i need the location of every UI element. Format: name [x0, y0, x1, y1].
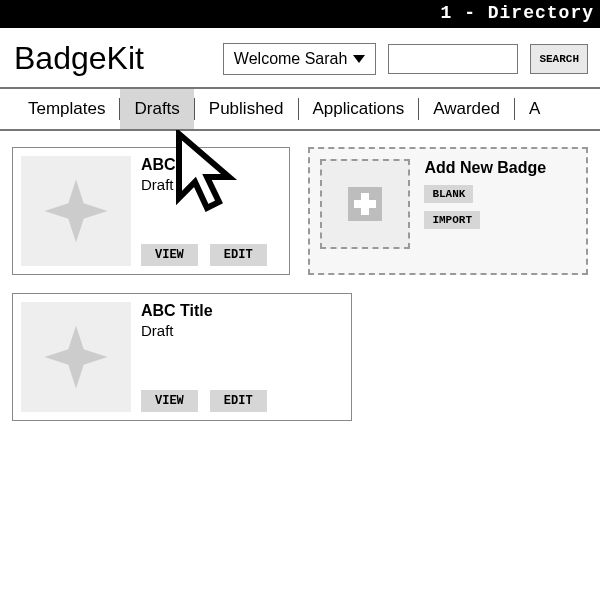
star-icon	[41, 322, 111, 392]
badge-card: ABC Title Draft VIEW EDIT	[12, 147, 290, 275]
badge-card-body: ABC Title Draft VIEW EDIT	[141, 156, 267, 266]
tab-templates[interactable]: Templates	[14, 89, 119, 129]
view-button[interactable]: VIEW	[141, 390, 198, 412]
tab-applications[interactable]: Applications	[299, 89, 419, 129]
badge-title: ABC Title	[141, 156, 267, 174]
badge-thumbnail	[21, 156, 131, 266]
search-input[interactable]	[388, 44, 518, 74]
tab-bar: Templates Drafts Published Applications …	[0, 87, 600, 131]
brand-logo: BadgeKit	[14, 40, 144, 77]
import-button[interactable]: IMPORT	[424, 211, 480, 229]
tab-drafts[interactable]: Drafts	[120, 89, 193, 129]
edit-button[interactable]: EDIT	[210, 244, 267, 266]
user-dropdown-label: Welcome Sarah	[234, 50, 348, 68]
view-button[interactable]: VIEW	[141, 244, 198, 266]
add-badge-body: Add New Badge BLANK IMPORT	[424, 159, 546, 263]
badge-actions: VIEW EDIT	[141, 244, 267, 266]
search-button[interactable]: SEARCH	[530, 44, 588, 74]
card-row: ABC Title Draft VIEW EDIT Add New Badge …	[0, 147, 600, 293]
user-dropdown[interactable]: Welcome Sarah	[223, 43, 377, 75]
chevron-down-icon	[353, 55, 365, 63]
svg-marker-1	[45, 326, 108, 389]
badge-card-body: ABC Title Draft VIEW EDIT	[141, 302, 267, 412]
page-label-bar: 1 - Directory	[0, 0, 600, 28]
badge-actions: VIEW EDIT	[141, 390, 267, 412]
badge-title: ABC Title	[141, 302, 267, 320]
add-badge-title: Add New Badge	[424, 159, 546, 177]
plus-icon	[348, 187, 382, 221]
tab-more[interactable]: A	[515, 89, 554, 129]
badge-thumbnail	[21, 302, 131, 412]
tab-published[interactable]: Published	[195, 89, 298, 129]
header: BadgeKit Welcome Sarah SEARCH	[0, 28, 600, 87]
badge-status: Draft	[141, 322, 267, 339]
svg-marker-0	[45, 180, 108, 243]
add-badge-card: Add New Badge BLANK IMPORT	[308, 147, 588, 275]
tab-awarded[interactable]: Awarded	[419, 89, 514, 129]
badge-status: Draft	[141, 176, 267, 193]
add-badge-thumbnail[interactable]	[320, 159, 410, 249]
star-icon	[41, 176, 111, 246]
edit-button[interactable]: EDIT	[210, 390, 267, 412]
badge-card: ABC Title Draft VIEW EDIT	[12, 293, 352, 421]
blank-button[interactable]: BLANK	[424, 185, 473, 203]
page-label: 1 - Directory	[441, 3, 594, 23]
card-row: ABC Title Draft VIEW EDIT	[0, 293, 600, 439]
